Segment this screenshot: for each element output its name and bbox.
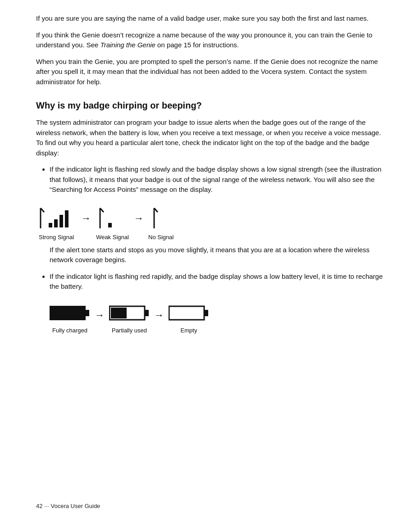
paragraph-4: The system administrator can program you… bbox=[36, 118, 384, 158]
svg-rect-11 bbox=[50, 306, 85, 320]
paragraph-3: When you train the Genie, you are prompt… bbox=[36, 57, 384, 87]
battery-diagram: Fully charged → Partially used → bbox=[50, 302, 384, 334]
paragraph-2: If you think the Genie doesn’t recognize… bbox=[36, 30, 384, 50]
bullet-list-2: If the indicator light is flashing red r… bbox=[50, 272, 384, 292]
weak-signal-label: Weak Signal bbox=[96, 234, 129, 241]
no-signal-label: No Signal bbox=[148, 234, 173, 241]
no-signal-item: No Signal bbox=[148, 205, 173, 241]
svg-rect-4 bbox=[59, 215, 63, 227]
svg-rect-8 bbox=[108, 223, 112, 227]
p2-italic: Training the Genie bbox=[100, 41, 155, 49]
no-signal-icon bbox=[150, 205, 172, 232]
paragraph-5: If the alert tone starts and stops as yo… bbox=[50, 245, 384, 265]
battery-full-label: Fully charged bbox=[52, 327, 87, 334]
battery-partial-icon bbox=[109, 302, 150, 324]
page: If you are sure you are saying the name … bbox=[0, 0, 420, 365]
paragraph-1: If you are sure you are saying the name … bbox=[36, 14, 384, 24]
svg-rect-15 bbox=[111, 308, 127, 318]
svg-rect-5 bbox=[65, 210, 68, 227]
bullet-list: If the indicator light is flashing red s… bbox=[50, 164, 384, 195]
strong-signal-icon bbox=[36, 205, 77, 232]
svg-rect-16 bbox=[169, 306, 204, 320]
battery-partial-label: Partially used bbox=[112, 327, 147, 334]
strong-signal-label: Strong Signal bbox=[39, 234, 74, 241]
section-heading: Why is my badge chirping or beeping? bbox=[36, 100, 384, 111]
battery-empty-label: Empty bbox=[181, 327, 197, 334]
arrow-1: → bbox=[77, 205, 96, 232]
p2-rest: on page 15 for instructions. bbox=[155, 41, 239, 49]
arrow-2: → bbox=[129, 205, 148, 232]
weak-signal-item: Weak Signal bbox=[96, 205, 129, 241]
battery-arrow-2: → bbox=[150, 302, 169, 329]
battery-empty-item: Empty bbox=[169, 302, 209, 334]
page-footer: 42 ··· Vocera User Guide bbox=[36, 503, 100, 509]
battery-partial-item: Partially used bbox=[109, 302, 150, 334]
battery-arrow-1: → bbox=[90, 302, 109, 329]
svg-rect-3 bbox=[54, 219, 58, 227]
signal-diagram: Strong Signal → Weak Signal → bbox=[36, 205, 384, 241]
svg-rect-2 bbox=[49, 223, 52, 227]
bullet-item-2: If the indicator light is flashing red r… bbox=[50, 272, 384, 292]
strong-signal-item: Strong Signal bbox=[36, 205, 77, 241]
battery-full-item: Fully charged bbox=[50, 302, 90, 334]
svg-rect-17 bbox=[204, 310, 208, 316]
weak-signal-icon bbox=[96, 205, 129, 232]
svg-rect-12 bbox=[85, 310, 89, 316]
svg-rect-14 bbox=[145, 310, 149, 316]
battery-full-icon bbox=[50, 302, 90, 324]
battery-empty-icon bbox=[169, 302, 209, 324]
bullet-item-1: If the indicator light is flashing red s… bbox=[50, 164, 384, 195]
